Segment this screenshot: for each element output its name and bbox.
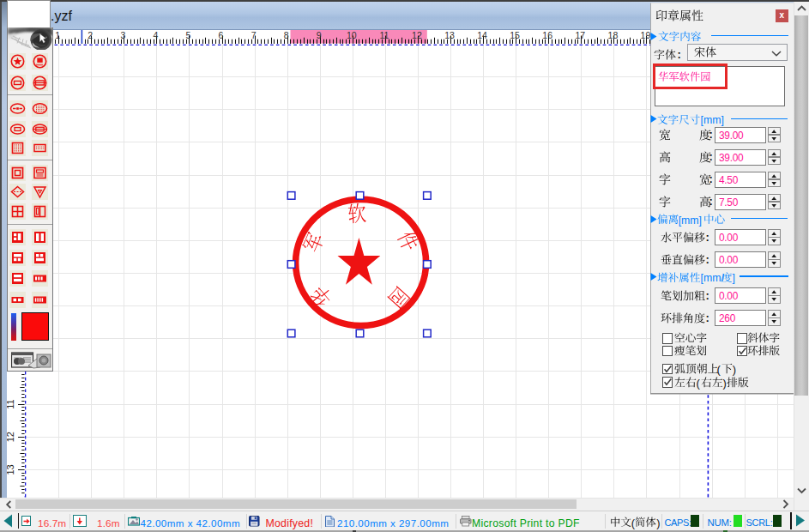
svg-text:11: 11	[379, 30, 389, 40]
svg-text:13: 13	[444, 30, 455, 40]
svg-text:5: 5	[185, 30, 190, 40]
svg-text:9: 9	[317, 30, 322, 40]
svg-text:8: 8	[284, 30, 289, 40]
svg-text:1: 1	[55, 30, 60, 40]
svg-text:18: 18	[608, 30, 619, 40]
svg-text:15: 15	[510, 30, 520, 40]
svg-text:17: 17	[575, 30, 585, 40]
svg-text:16: 16	[542, 30, 552, 40]
svg-text:4: 4	[153, 30, 158, 40]
svg-text:12: 12	[412, 30, 422, 40]
svg-text:10: 10	[347, 30, 357, 40]
svg-text:7: 7	[251, 30, 257, 40]
svg-text:14: 14	[477, 30, 487, 40]
svg-text:3: 3	[120, 30, 125, 40]
svg-text:2: 2	[88, 30, 93, 40]
svg-text:6: 6	[219, 30, 224, 40]
